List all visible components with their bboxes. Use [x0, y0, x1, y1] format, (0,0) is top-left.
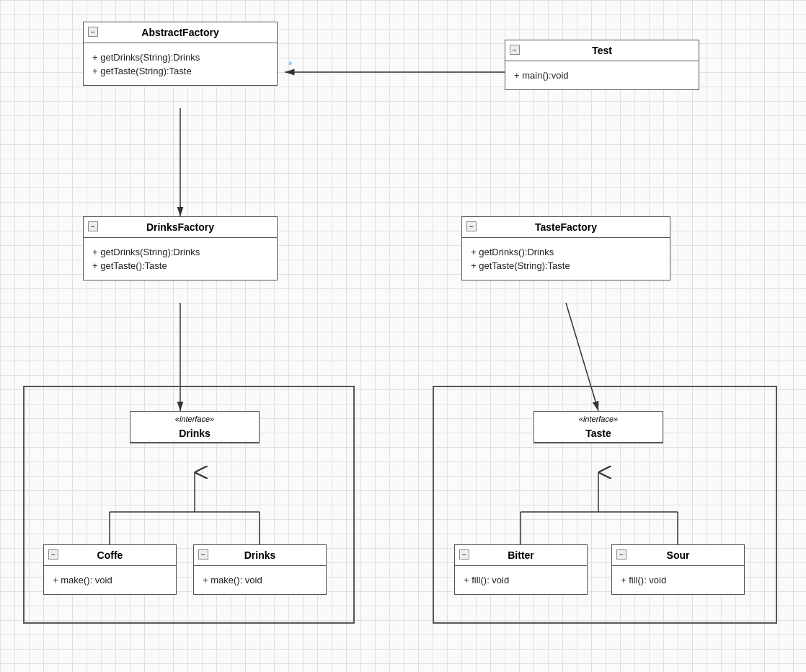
- coffe-method-make: + make(): void: [53, 575, 167, 585]
- test-collapse-btn[interactable]: −: [510, 45, 520, 55]
- drinks-subclass: − Drinks + make(): void: [193, 544, 327, 595]
- taste-interface-name: Taste: [585, 428, 611, 439]
- coffe-collapse-btn[interactable]: −: [48, 549, 58, 560]
- drinks-stereotype: «interface»: [175, 415, 214, 423]
- method-getDrinks: + getDrinks(String):Drinks: [92, 52, 268, 63]
- drinks-sub-collapse-btn[interactable]: −: [198, 549, 208, 560]
- test-class: − Test + main():void: [505, 40, 699, 90]
- bitter-class-name: Bitter: [508, 549, 534, 561]
- taste-stereotype: «interface»: [579, 415, 618, 423]
- taste-factory-class: − TasteFactory + getDrinks():Drinks + ge…: [461, 216, 670, 280]
- tf-method-getDrinks: + getDrinks():Drinks: [471, 247, 661, 257]
- drinks-interface-name: Drinks: [179, 428, 211, 439]
- tf-method-getTaste: + getTaste(String):Taste: [471, 260, 661, 271]
- bitter-class: − Bitter + fill(): void: [454, 544, 588, 595]
- drinks-sub-method-make: + make(): void: [203, 575, 317, 585]
- test-method-main: + main():void: [514, 70, 690, 81]
- coffe-class: − Coffe + make(): void: [43, 544, 177, 595]
- drinks-factory-class: − DrinksFactory + getDrinks(String):Drin…: [83, 216, 278, 280]
- bitter-method-fill: + fill(): void: [464, 575, 578, 585]
- df-method-getDrinks: + getDrinks(String):Drinks: [92, 247, 268, 257]
- method-getTaste: + getTaste(String):Taste: [92, 66, 268, 76]
- test-class-name: Test: [592, 45, 612, 56]
- tf-class-name: TasteFactory: [535, 221, 597, 233]
- df-class-name: DrinksFactory: [146, 221, 214, 233]
- df-collapse-btn[interactable]: −: [88, 221, 98, 231]
- sour-method-fill: + fill(): void: [621, 575, 735, 585]
- sour-class: − Sour + fill(): void: [611, 544, 745, 595]
- tf-collapse-btn[interactable]: −: [466, 221, 477, 231]
- bitter-collapse-btn[interactable]: −: [459, 549, 469, 560]
- svg-text:*: *: [288, 59, 293, 71]
- taste-interface-class: «interface» Taste: [533, 411, 663, 443]
- sour-class-name: Sour: [667, 549, 690, 561]
- abstract-factory-name: AbstractFactory: [141, 27, 218, 38]
- abstract-factory-class: − AbstractFactory + getDrinks(String):Dr…: [83, 22, 278, 86]
- collapse-btn[interactable]: −: [88, 27, 98, 37]
- coffe-class-name: Coffe: [97, 549, 123, 561]
- sour-collapse-btn[interactable]: −: [616, 549, 626, 560]
- uml-canvas: AbstractFactory (filled arrow, dashed = …: [0, 0, 806, 672]
- df-method-getTaste: + getTaste():Taste: [92, 260, 268, 271]
- drinks-interface-class: «interface» Drinks: [130, 411, 260, 443]
- drinks-sub-name: Drinks: [244, 549, 276, 561]
